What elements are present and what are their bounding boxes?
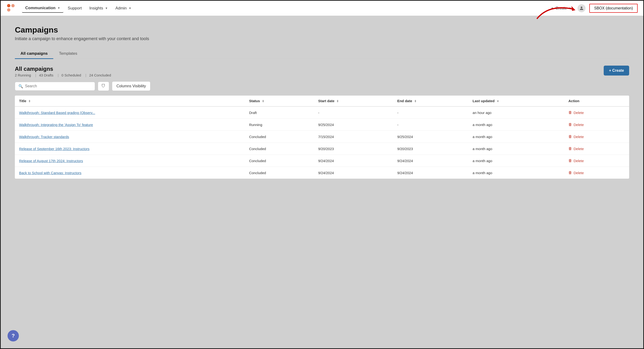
nav-item-support[interactable]: Support [64, 4, 85, 13]
main-content: Campaigns Initiate a campaign to enhance… [1, 16, 643, 188]
toolbar: 🔍 ⛉ Columns Visibility [15, 81, 629, 91]
nav-item-insights[interactable]: Insights ▼ [86, 4, 111, 13]
cell-status: Concluded [245, 167, 314, 179]
delete-button[interactable]: 🗑 Delete [568, 110, 584, 115]
sort-icon[interactable]: ⇕ [28, 100, 31, 103]
cell-status: Draft [245, 106, 314, 119]
svg-point-3 [581, 6, 582, 8]
help-button[interactable]: ? [8, 330, 19, 341]
cell-title: Walkthrough: Integrating the 'Assign To'… [15, 119, 245, 131]
svg-point-1 [11, 4, 14, 7]
trash-icon: 🗑 [568, 171, 572, 175]
campaigns-stats: 2 Running | 43 Drafts | 0 Scheduled | 24… [15, 73, 113, 77]
campaigns-header-left: All campaigns 2 Running | 43 Drafts | 0 … [15, 66, 113, 77]
col-title: Title ⇕ [15, 96, 245, 106]
tab-templates[interactable]: Templates [53, 49, 83, 59]
campaigns-section-title: All campaigns [15, 66, 113, 72]
chevron-down-icon: ▼ [105, 7, 108, 10]
cell-end-date: 9/24/2024 [393, 167, 468, 179]
filter-icon: ⛉ [101, 84, 106, 89]
col-action: Action [564, 96, 629, 106]
help-label: ? [12, 333, 14, 339]
cell-end-date: 9/25/2024 [393, 131, 468, 143]
navbar: Communication ▼ Support Insights ▼ Admin… [1, 1, 643, 16]
table-row: Walkthrough: Tracker standards Concluded… [15, 131, 629, 143]
user-avatar[interactable] [578, 4, 586, 12]
cell-start-date: 9/24/2024 [314, 167, 393, 179]
chevron-down-icon: ▼ [569, 7, 572, 10]
cell-action: 🗑 Delete [564, 143, 629, 155]
campaign-link[interactable]: Walkthrough: Standard Based grading (Obs… [19, 111, 95, 115]
campaign-link[interactable]: Release of August 17th 2024: Instructors [19, 159, 83, 163]
sort-icon[interactable]: ⇕ [262, 100, 264, 103]
svg-point-2 [7, 8, 10, 12]
cell-action: 🗑 Delete [564, 119, 629, 131]
logo[interactable] [6, 3, 22, 13]
search-input[interactable] [25, 84, 92, 88]
col-last-updated: Last updated ▼ [468, 96, 564, 106]
create-campaign-button[interactable]: + Create [604, 66, 629, 76]
cell-title: Release of August 17th 2024: Instructors [15, 155, 245, 167]
tab-all-campaigns[interactable]: All campaigns [15, 49, 53, 59]
search-icon: 🔍 [18, 84, 23, 89]
page-title: Campaigns [15, 25, 629, 35]
chevron-down-icon: ▼ [57, 6, 60, 10]
page-subtitle: Initiate a campaign to enhance engagemen… [15, 36, 629, 41]
delete-label: Delete [574, 135, 584, 139]
chevron-down-icon: ▼ [129, 7, 132, 10]
delete-button[interactable]: 🗑 Delete [568, 123, 584, 127]
delete-button[interactable]: 🗑 Delete [568, 159, 584, 163]
col-start-date: Start date ⇕ [314, 96, 393, 106]
cell-end-date: - [393, 106, 468, 119]
cell-title: Walkthrough: Standard Based grading (Obs… [15, 106, 245, 119]
search-wrap: 🔍 [15, 82, 95, 91]
col-end-date: End date ⇕ [393, 96, 468, 106]
cell-start-date: - [314, 106, 393, 119]
delete-button[interactable]: 🗑 Delete [568, 135, 584, 139]
sort-icon[interactable]: ▼ [496, 100, 499, 103]
cell-end-date: 9/24/2024 [393, 155, 468, 167]
delete-button[interactable]: 🗑 Delete [568, 171, 584, 175]
cell-status: Concluded [245, 143, 314, 155]
filter-button[interactable]: ⛉ [98, 82, 109, 91]
cell-start-date: 9/25/2024 [314, 119, 393, 131]
nav-item-communication[interactable]: Communication ▼ [22, 4, 64, 13]
delete-button[interactable]: 🗑 Delete [568, 147, 584, 151]
delete-label: Delete [574, 123, 584, 127]
cell-start-date: 9/20/2023 [314, 143, 393, 155]
cell-last-updated: a month ago [468, 167, 564, 179]
delete-label: Delete [574, 147, 584, 151]
campaign-link[interactable]: Walkthrough: Tracker standards [19, 135, 69, 139]
cell-last-updated: an hour ago [468, 106, 564, 119]
columns-visibility-button[interactable]: Columns Visibility [112, 81, 150, 91]
cell-last-updated: a month ago [468, 155, 564, 167]
cell-start-date: 9/24/2024 [314, 155, 393, 167]
cell-end-date: 9/20/2023 [393, 143, 468, 155]
cell-status: Running [245, 119, 314, 131]
create-nav-button[interactable]: ＋ Create ▼ [548, 4, 574, 12]
trash-icon: 🗑 [568, 123, 572, 127]
tabs: All campaigns Templates [15, 49, 629, 59]
campaign-link[interactable]: Back to School with Canvas: Instructors [19, 171, 81, 175]
table-row: Release of September 16th 2023: Instruct… [15, 143, 629, 155]
sort-icon[interactable]: ⇕ [414, 100, 416, 103]
cell-title: Back to School with Canvas: Instructors [15, 167, 245, 179]
table-header-row: Title ⇕ Status ⇕ Start date ⇕ End date ⇕ [15, 96, 629, 106]
cell-end-date: - [393, 119, 468, 131]
cell-last-updated: a month ago [468, 119, 564, 131]
cell-action: 🗑 Delete [564, 131, 629, 143]
cell-last-updated: a month ago [468, 143, 564, 155]
cell-action: 🗑 Delete [564, 155, 629, 167]
cell-start-date: 7/15/2024 [314, 131, 393, 143]
campaign-link[interactable]: Walkthrough: Integrating the 'Assign To'… [19, 123, 93, 127]
cell-title: Walkthrough: Tracker standards [15, 131, 245, 143]
sbox-button[interactable]: SBOX (documentation) [589, 4, 638, 13]
nav-item-admin[interactable]: Admin ▼ [112, 4, 134, 13]
col-status: Status ⇕ [245, 96, 314, 106]
cell-last-updated: a month ago [468, 131, 564, 143]
cell-action: 🗑 Delete [564, 167, 629, 179]
trash-icon: 🗑 [568, 110, 572, 115]
cell-title: Release of September 16th 2023: Instruct… [15, 143, 245, 155]
campaign-link[interactable]: Release of September 16th 2023: Instruct… [19, 147, 90, 151]
sort-icon[interactable]: ⇕ [336, 100, 339, 103]
